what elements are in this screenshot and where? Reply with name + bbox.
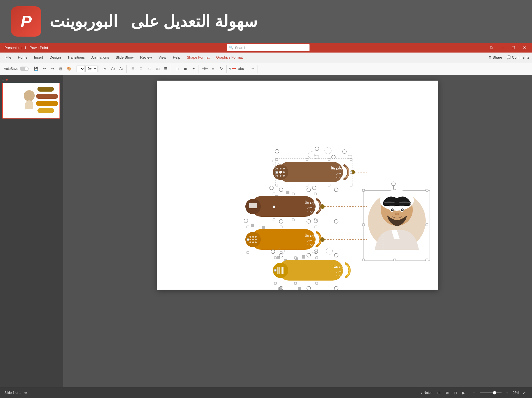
zoom-slider[interactable] (480, 392, 502, 393)
svg-point-138 (334, 188, 338, 192)
menu-file[interactable]: File (3, 54, 14, 61)
svg-rect-110 (362, 259, 365, 261)
font-family-select[interactable] (77, 65, 85, 72)
redo-button[interactable]: ↪ (49, 65, 56, 73)
svg-point-18 (315, 147, 319, 151)
svg-point-131 (398, 213, 399, 215)
undo-button[interactable]: ↩ (40, 65, 48, 73)
menu-review[interactable]: Review (137, 54, 155, 61)
more-button[interactable]: ⋯ (248, 65, 256, 73)
svg-rect-114 (362, 224, 365, 226)
maximize-button[interactable]: ☐ (511, 45, 517, 51)
text-highlight-button[interactable]: abc (237, 65, 245, 73)
svg-rect-113 (393, 259, 396, 261)
svg-point-71 (320, 237, 325, 242)
font-size-select[interactable]: 9+ (85, 65, 97, 72)
svg-rect-115 (426, 224, 428, 226)
slideshow-button[interactable]: ▶ (460, 389, 467, 396)
svg-point-9 (279, 171, 282, 174)
menu-transitions[interactable]: Transitions (65, 54, 88, 61)
slide-content: العنوان هنا من منا لا يطمح إلى تقديم عرو… (157, 81, 438, 290)
text-size-up-button[interactable]: A↑ (109, 65, 117, 73)
align-button[interactable]: ⊣⊢ (201, 65, 209, 73)
distribute-button[interactable]: ≡ (209, 65, 217, 73)
restore-button[interactable]: ⧉ (488, 45, 495, 51)
close-button[interactable]: ✕ (522, 45, 528, 51)
notes-label: Notes (424, 391, 432, 395)
svg-point-81 (326, 248, 333, 254)
svg-rect-122 (383, 202, 411, 206)
notes-icon: ♪ (421, 391, 423, 395)
svg-point-116 (392, 182, 395, 186)
svg-rect-21 (286, 191, 289, 194)
slide-canvas[interactable]: العنوان هنا من منا لا يطمح إلى تقديم عرو… (157, 81, 438, 290)
svg-point-136 (279, 188, 283, 192)
bring-front-button[interactable]: ↑□ (145, 65, 153, 73)
reading-view-button[interactable]: ⊡ (452, 389, 459, 396)
menu-actions: ⬆ Share 💬 Comments (488, 55, 529, 59)
svg-point-19 (343, 150, 346, 153)
zoom-thumb (493, 391, 496, 394)
menu-slideshow[interactable]: Slide Show (113, 54, 136, 61)
svg-rect-98 (294, 282, 297, 284)
svg-rect-148 (306, 158, 308, 161)
shape-outline-button[interactable]: ◻ (173, 65, 181, 73)
clear-format-button[interactable]: A (101, 65, 109, 73)
color-button[interactable]: 🎨 (65, 65, 73, 73)
thumb-block4 (37, 108, 54, 113)
zoom-in-button[interactable]: + (503, 389, 511, 397)
zoom-controls: − + 96% ⤢ (470, 389, 528, 397)
menu-bar: File Home Insert Design Transitions Anim… (0, 53, 532, 62)
menu-insert[interactable]: Insert (31, 54, 46, 61)
view-button[interactable]: ▦ (57, 65, 65, 73)
svg-point-57 (255, 239, 257, 240)
autosave-toggle[interactable] (20, 67, 29, 71)
autosave-label: AutoSave (4, 67, 18, 71)
list-button[interactable]: ☰ (162, 65, 170, 73)
group-button[interactable]: ⊞ (129, 65, 137, 73)
svg-rect-151 (328, 158, 330, 161)
notes-button[interactable]: ♪ Notes (421, 391, 432, 395)
slide-thumbnail[interactable] (2, 83, 60, 119)
infographic-svg: العنوان هنا من منا لا يطمح إلى تقديم عرو… (157, 81, 438, 290)
search-box[interactable]: 🔍 Search (227, 44, 310, 51)
ppt-logo: P (11, 6, 41, 37)
share-button[interactable]: ⬆ Share (488, 55, 502, 59)
block1-group: العنوان هنا من منا لا يطمح إلى تقديم عرو… (272, 147, 363, 182)
menu-graphics-format[interactable]: Graphics Format (213, 54, 246, 61)
menu-design[interactable]: Design (47, 54, 63, 61)
svg-rect-78 (302, 255, 305, 259)
svg-point-130 (395, 213, 397, 215)
text-color-button[interactable]: A (229, 65, 237, 73)
shape-effects-button[interactable]: ✦ (190, 65, 197, 73)
fit-slide-button[interactable]: ⤢ (521, 389, 528, 396)
slide-canvas-area: العنوان هنا من منا لا يطمح إلى تقديم عرو… (63, 75, 532, 387)
svg-rect-38 (292, 219, 294, 221)
svg-rect-66 (247, 251, 249, 254)
ungroup-button[interactable]: ⊡ (137, 65, 145, 73)
text-size-down-button[interactable]: A↓ (118, 65, 125, 73)
main-area: 1 ★ (0, 75, 532, 387)
comments-button[interactable]: 💬 Comments (507, 55, 529, 59)
menu-home[interactable]: Home (15, 54, 30, 61)
send-back-button[interactable]: ↓□ (154, 65, 161, 73)
slide-sorter-button[interactable]: ⊠ (444, 389, 450, 396)
zoom-out-button[interactable]: − (470, 389, 478, 397)
toolbar: AutoSave 💾 ↩ ↪ ▦ 🎨 9+ A A↑ A↓ ⊞ ⊡ ↑□ ↓□ … (0, 62, 532, 75)
save-button[interactable]: 💾 (32, 65, 40, 73)
svg-point-128 (402, 209, 403, 210)
menu-shape-format[interactable]: Shape Format (184, 54, 212, 61)
menu-help[interactable]: Help (170, 54, 183, 61)
text-group: A abc (228, 65, 246, 73)
menu-animations[interactable]: Animations (89, 54, 112, 61)
svg-rect-108 (362, 189, 365, 191)
svg-point-7 (283, 168, 285, 169)
svg-rect-99 (274, 269, 276, 271)
menu-view[interactable]: View (156, 54, 169, 61)
normal-view-button[interactable]: ⊞ (436, 389, 442, 396)
shape-group: ◻ ◼ ✦ (172, 65, 199, 73)
svg-rect-35 (273, 219, 275, 221)
minimize-button[interactable]: — (500, 45, 506, 51)
shape-fill-button[interactable]: ◼ (181, 65, 189, 73)
rotate-button[interactable]: ↻ (218, 65, 225, 73)
